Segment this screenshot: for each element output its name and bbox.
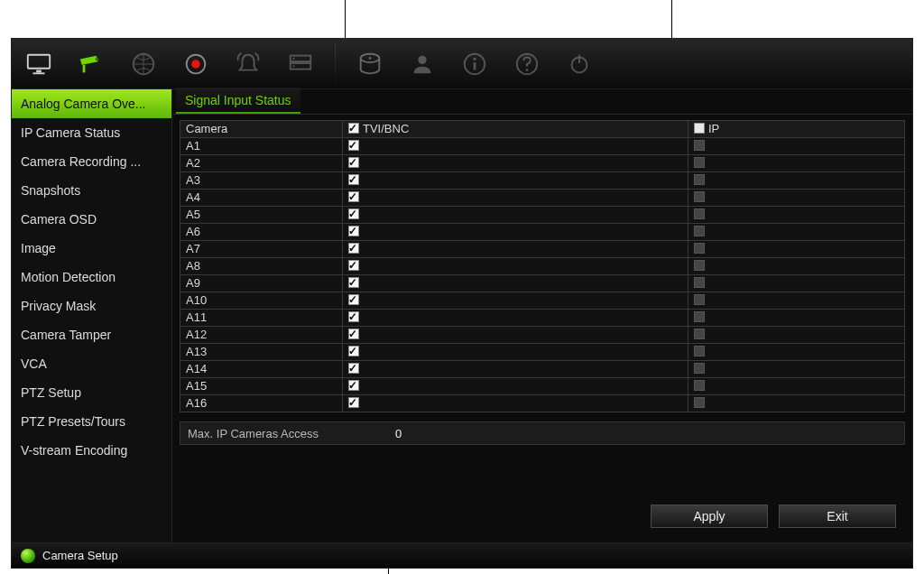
checkbox-ip[interactable] [694,226,705,236]
cell-ip[interactable] [688,155,905,172]
cell-ip[interactable] [688,395,905,412]
checkbox-tvi[interactable] [348,226,359,236]
checkbox-tvi[interactable] [348,397,359,408]
power-icon[interactable] [561,46,597,82]
checkbox-ip[interactable] [694,260,705,271]
checkbox-tvi[interactable] [348,294,359,305]
cell-tvi[interactable] [343,241,688,258]
checkbox-ip[interactable] [694,157,705,168]
checkbox-ip[interactable] [694,397,705,408]
sidebar-item-camera-osd[interactable]: Camera OSD [12,205,171,234]
cell-tvi[interactable] [343,310,688,327]
cell-tvi[interactable] [343,224,688,241]
checkbox-ip[interactable] [694,208,705,219]
sidebar-item-vstream-encoding[interactable]: V-stream Encoding [12,436,171,465]
sidebar-item-ip-camera-status[interactable]: IP Camera Status [12,118,171,147]
sidebar-item-ptz-presets-tours[interactable]: PTZ Presets/Tours [12,407,171,436]
sidebar-item-label: Snapshots [21,183,80,198]
cell-ip[interactable] [688,172,905,190]
checkbox-tvi[interactable] [348,140,359,151]
col-header-tvi[interactable]: TVI/BNC [343,121,688,138]
hdd-group-icon[interactable] [282,46,319,82]
cell-ip[interactable] [688,224,905,241]
info-icon[interactable] [457,46,493,82]
sidebar-item-image[interactable]: Image [12,234,171,263]
sidebar-item-vca[interactable]: VCA [12,349,171,378]
cell-ip[interactable] [688,138,905,155]
checkbox-tvi[interactable] [348,243,359,254]
checkbox-tvi[interactable] [348,380,359,391]
tab-signal-input-status[interactable]: Signal Input Status [176,88,300,114]
sidebar-item-analog-camera-overview[interactable]: Analog Camera Ove... [12,89,171,118]
cell-tvi[interactable] [343,395,688,412]
cell-tvi[interactable] [343,361,688,378]
apply-button[interactable]: Apply [651,505,768,528]
cell-ip[interactable] [688,361,905,378]
checkbox-header-tvi[interactable] [348,123,359,134]
checkbox-tvi[interactable] [348,346,359,356]
record-icon[interactable] [178,46,214,82]
checkbox-tvi[interactable] [348,157,359,168]
cell-ip[interactable] [688,292,905,310]
cell-ip[interactable] [688,327,905,344]
sidebar-item-camera-tamper[interactable]: Camera Tamper [12,320,171,349]
checkbox-ip[interactable] [694,380,705,391]
monitor-icon[interactable] [21,46,57,82]
cell-ip[interactable] [688,190,905,207]
checkbox-ip[interactable] [694,243,705,254]
checkbox-tvi[interactable] [348,277,359,288]
checkbox-header-ip[interactable] [694,123,705,134]
sidebar-item-camera-recording[interactable]: Camera Recording ... [12,147,171,176]
checkbox-ip[interactable] [694,311,705,322]
cell-ip[interactable] [688,310,905,327]
checkbox-tvi[interactable] [348,363,359,374]
checkbox-tvi[interactable] [348,191,359,202]
checkbox-ip[interactable] [694,191,705,202]
checkbox-ip[interactable] [694,346,705,356]
sidebar-item-snapshots[interactable]: Snapshots [12,176,171,205]
checkbox-ip[interactable] [694,363,705,374]
cell-ip[interactable] [688,241,905,258]
sidebar-item-motion-detection[interactable]: Motion Detection [12,263,171,292]
cell-tvi[interactable] [343,207,688,224]
cell-tvi[interactable] [343,378,688,395]
cell-tvi[interactable] [343,327,688,344]
checkbox-ip[interactable] [694,329,705,339]
svg-point-14 [418,55,426,63]
cell-ip[interactable] [688,344,905,361]
cell-tvi[interactable] [343,172,688,190]
camera-icon[interactable] [73,46,109,82]
checkbox-tvi[interactable] [348,208,359,219]
table-header-row: Camera TVI/BNC IP [180,121,905,138]
alarm-icon[interactable] [230,46,266,82]
sidebar-item-privacy-mask[interactable]: Privacy Mask [12,292,171,320]
grid-icon[interactable] [125,46,162,82]
checkbox-ip[interactable] [694,174,705,185]
cell-tvi[interactable] [343,344,688,361]
user-icon[interactable] [404,46,440,82]
checkbox-tvi[interactable] [348,174,359,185]
checkbox-ip[interactable] [694,277,705,288]
cell-tvi[interactable] [343,155,688,172]
cell-ip[interactable] [688,207,905,224]
col-header-ip[interactable]: IP [688,121,905,138]
exit-button[interactable]: Exit [779,505,896,528]
cell-ip[interactable] [688,258,905,275]
checkbox-ip[interactable] [694,294,705,305]
sidebar-item-ptz-setup[interactable]: PTZ Setup [12,378,171,407]
table-row: A3 [180,172,905,190]
sidebar-item-label: Camera OSD [21,212,97,227]
help-icon[interactable] [509,46,545,82]
cell-tvi[interactable] [343,292,688,310]
checkbox-tvi[interactable] [348,260,359,271]
cell-tvi[interactable] [343,190,688,207]
cell-ip[interactable] [688,275,905,292]
cell-tvi[interactable] [343,275,688,292]
checkbox-tvi[interactable] [348,329,359,339]
cell-tvi[interactable] [343,258,688,275]
cell-tvi[interactable] [343,138,688,155]
disk-icon[interactable] [352,46,388,82]
checkbox-tvi[interactable] [348,311,359,322]
cell-ip[interactable] [688,378,905,395]
checkbox-ip[interactable] [694,140,705,151]
